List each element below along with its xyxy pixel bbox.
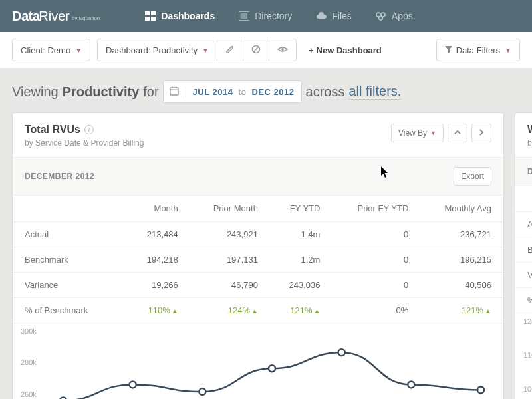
table-row: Va [515,262,532,287]
viewing-summary: Viewing Productivity for JUL 2014 to DEC… [0,68,532,112]
col-month: Month [128,196,190,222]
data-filters-dropdown[interactable]: Data Filters ▼ [436,39,520,61]
top-nav: Data River by Equation Dashboards Direct… [0,0,532,32]
table-row: Ac [515,211,532,237]
next-button[interactable] [471,124,491,142]
table-cell: 1.4m [270,222,332,247]
logo[interactable]: Data River by Equation [12,9,100,24]
caret-down-icon: ▼ [75,47,82,54]
caret-down-icon: ▼ [505,47,511,54]
data-filters-label: Data Filters [456,45,500,55]
svg-point-21 [269,365,275,372]
table-cell: 124%▲ [190,298,270,323]
card-total-rvus: Total RVUs i by Service Date & Provider … [12,112,504,399]
nav-files[interactable]: Files [304,0,364,32]
row-label: Variance [13,273,128,298]
svg-rect-0 [145,11,150,15]
nav-apps[interactable]: Apps [364,0,425,32]
viewing-across: across [306,84,345,100]
row-label: Actual [13,222,128,247]
table-cell: 236,721 [420,222,503,247]
filters-link[interactable]: all filters. [348,84,401,100]
date-to: DEC 2012 [252,87,295,97]
viewing-dashboard-name: Productivity [63,84,140,100]
table-cell: 194,218 [128,247,190,273]
chevron-up-icon [454,128,461,138]
caret-down-icon: ▼ [430,130,436,136]
dashboard-dropdown[interactable]: Dashboard: Productivity ▼ [97,39,217,61]
table-cell: 0 [332,222,420,247]
table-row: % o [515,287,532,313]
viewing-prefix: Viewing [12,84,59,100]
ytick: 100k [523,385,532,393]
table-cell: 213,484 [128,222,190,247]
card-subtitle: by Service Date & Provider Billing [25,138,144,148]
date-range-text: JUL 2014 to DEC 2012 [186,87,301,97]
nav-label: Directory [255,11,292,21]
ytick: 260k [21,390,47,398]
metrics-table: Month Prior Month FY YTD Prior FY YTD Mo… [13,196,503,323]
disable-button[interactable] [243,39,269,61]
ytick: 280k [21,358,47,366]
nav-directory[interactable]: Directory [227,0,304,32]
directory-icon [239,11,249,21]
cards-row: Total RVUs i by Service Date & Provider … [0,112,532,399]
export-button[interactable]: Export [454,167,491,186]
table-cell: 243,921 [190,222,270,247]
logo-sub: River [39,9,70,24]
col-monthly-avg: Monthly Avg [420,196,503,222]
chart-y-labels: 300k 280k 260k 240k [21,327,47,399]
chevron-right-icon [478,128,485,138]
card-title-text: Total RVUs [25,124,80,136]
svg-rect-3 [151,17,156,21]
table-cell: 1.2m [270,247,332,273]
svg-rect-14 [170,88,178,95]
card-title: Total RVUs i [25,124,144,136]
table-cell: 0% [332,298,420,323]
svg-rect-1 [151,11,156,15]
dashboard-selector-group: Dashboard: Productivity ▼ [97,39,297,61]
logo-tagline: by Equation [72,15,100,21]
dashboard-label: Dashboard: Productivity [106,45,198,55]
svg-point-24 [477,386,484,393]
svg-point-23 [408,381,414,388]
visibility-button[interactable] [269,39,297,61]
date-from: JUL 2014 [193,87,233,97]
table-cell: 46,790 [190,273,270,298]
nav-label: Apps [392,11,413,21]
nav-label: Dashboards [161,11,215,21]
chart-svg [50,326,494,399]
trend-chart: 300k 280k 260k 240k [13,323,503,399]
col-label [13,196,128,222]
new-dashboard-button[interactable]: + New Dashboard [303,45,387,55]
table-cell: 110%▲ [128,298,190,323]
new-dashboard-label: New Dashboard [317,45,382,55]
toolbar: Client: Demo ▼ Dashboard: Productivity ▼… [0,32,532,68]
card-peek: Wo by DE Ac Be Va % o 120k 110k 100k [515,112,532,399]
prohibit-icon [251,45,261,56]
card-title: Wo [527,124,532,136]
pencil-icon [225,45,235,56]
filter-icon [445,45,452,55]
calendar-icon [164,86,186,98]
edit-button[interactable] [217,39,243,61]
client-dropdown[interactable]: Client: Demo ▼ [12,39,90,61]
table-row: % of Benchmark110%▲124%▲121%▲0%121%▲ [13,298,503,323]
table-row: Be [515,237,532,262]
col-prior-fy-ytd: Prior FY YTD [332,196,420,222]
table-cell: 196,215 [420,247,503,273]
svg-point-13 [281,48,284,51]
plus-icon: + [309,45,314,55]
info-icon[interactable]: i [84,125,94,134]
card-subtitle: by [527,138,532,148]
table-row: Variance19,26646,790243,036040,506 [13,273,503,298]
nav-dashboards[interactable]: Dashboards [133,0,227,32]
card-title-text: Wo [527,124,532,136]
date-range-picker[interactable]: JUL 2014 to DEC 2012 [163,80,302,103]
table-cell: 40,506 [420,273,503,298]
table-cell: 19,266 [128,273,190,298]
view-by-dropdown[interactable]: View By ▼ [391,124,444,142]
table-cell: 121%▲ [270,298,332,323]
nav-links: Dashboards Directory Files Apps [133,0,424,32]
collapse-button[interactable] [448,124,467,142]
